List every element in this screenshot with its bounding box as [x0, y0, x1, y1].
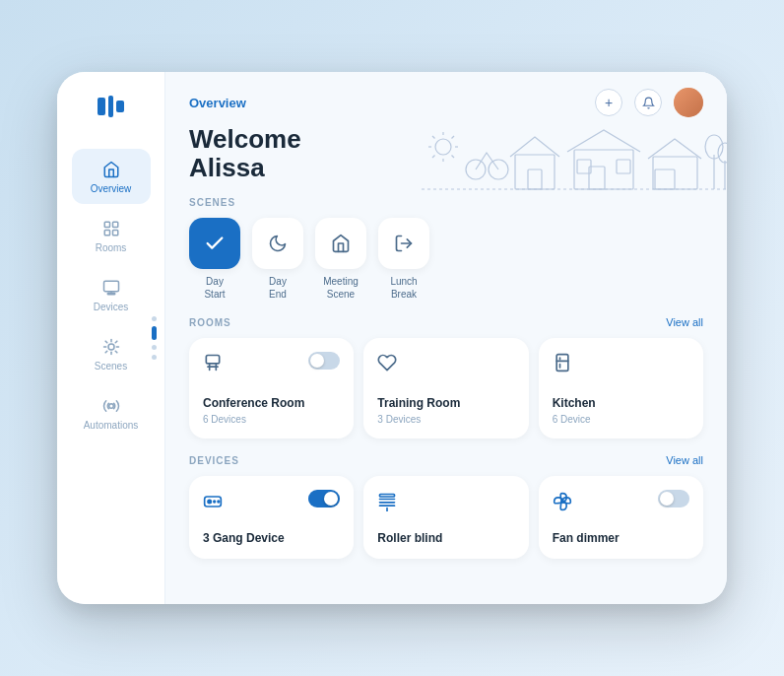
- room-card-kitchen[interactable]: Kitchen 6 Device: [539, 338, 703, 439]
- logo-bar-center: [108, 96, 113, 117]
- sidebar-item-rooms[interactable]: Rooms: [72, 208, 151, 263]
- svg-line-22: [432, 136, 435, 139]
- lunch-icon-box[interactable]: [378, 218, 429, 269]
- svg-point-17: [435, 139, 451, 155]
- svg-point-59: [560, 500, 563, 503]
- gang-device-header: [203, 490, 340, 510]
- gang-device-toggle[interactable]: [308, 490, 340, 507]
- exit-icon: [394, 234, 414, 253]
- devices-label: Devices: [94, 302, 129, 312]
- devices-section-title: DEVICES: [189, 455, 239, 466]
- conference-toggle[interactable]: [308, 352, 340, 370]
- app-frame: Overview Rooms: [57, 72, 727, 604]
- sidebar-item-devices[interactable]: Devices: [72, 267, 151, 322]
- gang-device-icon: [203, 490, 223, 510]
- svg-rect-0: [104, 223, 109, 228]
- conference-toggle-knob: [310, 354, 324, 368]
- moon-icon: [268, 234, 288, 253]
- day-start-icon-box[interactable]: [189, 218, 240, 269]
- conference-room-devices: 6 Devices: [203, 414, 340, 425]
- switch-icon: [203, 492, 223, 511]
- add-button[interactable]: +: [595, 89, 622, 116]
- sidebar-item-overview[interactable]: Overview: [72, 149, 151, 204]
- day-start-label: DayStart: [204, 275, 225, 301]
- day-end-icon-box[interactable]: [252, 218, 303, 269]
- scene-card-day-end[interactable]: DayEnd: [252, 218, 303, 301]
- scene-card-lunch[interactable]: LunchBreak: [378, 218, 429, 301]
- devices-row: 3 Gang Device: [189, 476, 703, 558]
- svg-rect-29: [528, 169, 542, 189]
- device-card-fan-dimmer[interactable]: Fan dimmer: [539, 476, 703, 558]
- scenes-row: DayStart DayEnd: [189, 218, 703, 301]
- add-icon: +: [605, 95, 613, 110]
- nav-menu: Overview Rooms: [57, 149, 164, 440]
- header: Overview +: [165, 72, 727, 125]
- header-actions: +: [595, 88, 703, 117]
- svg-rect-3: [112, 231, 117, 236]
- gang-device-name: 3 Gang Device: [203, 531, 340, 545]
- fan-dimmer-header: [553, 490, 689, 510]
- fridge-icon: [553, 353, 572, 372]
- notifications-button[interactable]: [634, 89, 662, 116]
- svg-rect-28: [515, 155, 555, 189]
- svg-line-15: [115, 341, 117, 343]
- scene-card-meeting[interactable]: MeetingScene: [315, 218, 366, 301]
- house-illustration: [422, 125, 727, 199]
- scenes-label: Scenes: [95, 361, 127, 372]
- rooms-row: Conference Room 6 Devices: [189, 338, 703, 439]
- gang-device-toggle-knob: [324, 492, 338, 506]
- scenes-icon: [102, 336, 120, 357]
- kitchen-room-devices: 6 Device: [553, 414, 689, 425]
- svg-point-7: [108, 344, 114, 350]
- devices-section-header: DEVICES View all: [189, 454, 703, 466]
- rooms-section-title: ROOMS: [189, 317, 231, 328]
- training-room-name: Training Room: [377, 396, 514, 410]
- training-room-devices: 3 Devices: [377, 414, 514, 425]
- meeting-icon-box[interactable]: [315, 218, 366, 269]
- scene-card-day-start[interactable]: DayStart: [189, 218, 240, 301]
- logo: [98, 96, 124, 117]
- sidebar-item-scenes[interactable]: Scenes: [72, 326, 151, 381]
- rooms-section: ROOMS View all: [189, 316, 703, 439]
- roller-blind-icon: [377, 490, 397, 510]
- device-card-roller-blind[interactable]: Roller blind: [363, 476, 528, 558]
- fan-dimmer-toggle[interactable]: [658, 490, 689, 507]
- svg-point-16: [108, 404, 113, 409]
- svg-rect-30: [574, 150, 633, 189]
- devices-icon: [102, 277, 120, 298]
- svg-rect-46: [556, 355, 568, 372]
- avatar[interactable]: [674, 88, 703, 117]
- blind-icon: [377, 492, 397, 511]
- conference-icon: [203, 352, 223, 372]
- svg-point-53: [218, 501, 220, 503]
- page-title: Overview: [189, 96, 246, 110]
- fan-icon: [553, 492, 572, 511]
- room-card-conference[interactable]: Conference Room 6 Devices: [189, 338, 354, 439]
- content-wrapper: Welcome Alissa SCENES: [165, 125, 727, 604]
- svg-rect-42: [206, 356, 219, 364]
- svg-rect-54: [380, 494, 395, 497]
- rooms-view-all[interactable]: View all: [666, 316, 703, 328]
- svg-rect-4: [103, 282, 118, 293]
- overview-icon: [102, 159, 120, 179]
- svg-rect-1: [112, 223, 117, 228]
- rooms-section-header: ROOMS View all: [189, 316, 703, 328]
- logo-icon: [98, 96, 124, 117]
- svg-line-23: [452, 156, 455, 159]
- device-card-3gang[interactable]: 3 Gang Device: [189, 476, 354, 558]
- lunch-label: LunchBreak: [390, 275, 417, 301]
- devices-view-all[interactable]: View all: [666, 454, 703, 466]
- training-card-header: [377, 352, 514, 372]
- scroll-dot-3: [152, 345, 157, 350]
- chair-icon: [203, 353, 223, 372]
- svg-rect-35: [655, 169, 675, 189]
- svg-point-52: [214, 501, 216, 503]
- room-card-training[interactable]: Training Room 3 Devices: [363, 338, 528, 439]
- sidebar-item-automations[interactable]: Automations: [72, 385, 151, 440]
- svg-rect-33: [617, 160, 630, 173]
- meeting-label: MeetingScene: [323, 275, 359, 301]
- sidebar: Overview Rooms: [57, 72, 165, 604]
- overview-label: Overview: [91, 183, 132, 194]
- automations-label: Automations: [84, 420, 139, 431]
- svg-line-25: [452, 136, 455, 139]
